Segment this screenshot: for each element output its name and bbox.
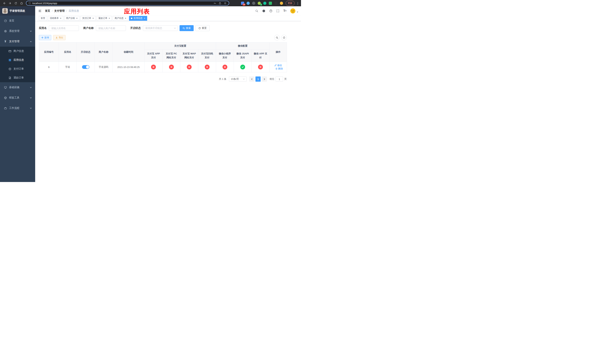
app-name-input[interactable] bbox=[49, 25, 79, 31]
cell-app-id: 6 bbox=[39, 62, 59, 72]
sidebar-subitem-app-info[interactable]: 应用信息 bbox=[0, 55, 35, 64]
forward-icon[interactable] bbox=[8, 1, 12, 6]
tab-app-info[interactable]: 应用信息× bbox=[129, 16, 147, 21]
breadcrumb-current: 应用信息 bbox=[69, 9, 79, 13]
alipay-app-status-icon bbox=[151, 65, 156, 69]
extension-icon-8[interactable] bbox=[280, 2, 283, 5]
share-icon[interactable] bbox=[219, 2, 221, 5]
app-name-label: 应用名 bbox=[39, 26, 47, 30]
tab-home[interactable]: 首页 bbox=[39, 16, 47, 21]
extension-icon-3[interactable] bbox=[252, 2, 255, 5]
delete-link[interactable]: 删除 bbox=[275, 67, 283, 70]
app-table: 应用编号 应用名 开启状态 商户名称 创建时间 支付宝配置 微信配置 操作 支付… bbox=[39, 42, 287, 72]
refresh-button[interactable] bbox=[281, 35, 287, 40]
breadcrumb-payment[interactable]: 支付管理 bbox=[54, 9, 64, 13]
search-button[interactable]: 搜索 bbox=[180, 25, 194, 31]
sidebar-menu: 首页 系统管理 ¥ 支付管理 商户信息 bbox=[0, 16, 35, 113]
font-size-icon[interactable]: TT bbox=[283, 9, 287, 13]
sidebar: 芋道管理系统 首页 系统管理 ¥ 支付管理 bbox=[0, 6, 35, 182]
tab-close-icon[interactable]: × bbox=[60, 17, 62, 20]
tab-label: 应用信息 bbox=[134, 17, 142, 20]
sidebar-item-home[interactable]: 首页 bbox=[0, 16, 35, 26]
col-actions: 操作 bbox=[269, 43, 287, 62]
col-merchant: 商户名称 bbox=[95, 43, 113, 62]
extension-icon-5[interactable] bbox=[263, 2, 266, 5]
breadcrumb-separator: / bbox=[66, 10, 67, 12]
extension-icon-1[interactable]: 10 bbox=[241, 2, 244, 5]
browser-update-button[interactable]: 更新 bbox=[286, 1, 294, 6]
github-icon[interactable] bbox=[262, 9, 266, 13]
sidebar-item-payment-mgmt[interactable]: ¥ 支付管理 bbox=[0, 36, 35, 47]
extension-icon-6[interactable] bbox=[269, 2, 272, 5]
tab-merchant-info[interactable]: 商户信息× bbox=[113, 16, 128, 21]
sidebar-collapse-icon[interactable] bbox=[38, 9, 42, 13]
top-navbar: 首页 / 支付管理 / 应用信息 应用列表 TT bbox=[35, 6, 301, 16]
toggle-search-button[interactable] bbox=[274, 35, 280, 40]
user-menu[interactable] bbox=[290, 8, 298, 14]
sidebar-subitem-pay-order[interactable]: 支付订单 bbox=[0, 64, 35, 73]
home-icon[interactable] bbox=[19, 1, 24, 6]
pagination-total: 共 1 条 bbox=[219, 77, 226, 81]
header-search-icon[interactable] bbox=[255, 9, 258, 13]
tab-close-icon[interactable]: × bbox=[109, 17, 110, 20]
password-key-icon[interactable] bbox=[214, 2, 216, 5]
prev-page-button[interactable] bbox=[249, 76, 254, 82]
status-toggle[interactable] bbox=[82, 65, 89, 69]
extension-icon-2[interactable] bbox=[247, 2, 250, 5]
col-alipay-app: 支付宝 APP 支付 bbox=[145, 49, 162, 62]
tab-close-icon[interactable]: × bbox=[144, 17, 145, 20]
extension-icon-7[interactable] bbox=[274, 2, 278, 5]
tab-refund-order[interactable]: 退款订单× bbox=[97, 16, 112, 21]
add-button[interactable]: 新增 bbox=[39, 35, 51, 40]
tab-close-icon[interactable]: × bbox=[125, 17, 126, 20]
page-number-1[interactable]: 1 bbox=[256, 76, 261, 82]
reset-button[interactable]: 重置 bbox=[195, 25, 210, 31]
bookmark-star-icon[interactable] bbox=[224, 2, 226, 5]
col-status: 开启状态 bbox=[77, 43, 95, 62]
status-select[interactable]: 请选择开启状态 bbox=[143, 25, 178, 31]
navbar-actions: TT bbox=[255, 8, 298, 14]
merchant-name-input[interactable] bbox=[96, 25, 126, 31]
page-title-annotation: 应用列表 bbox=[124, 7, 150, 16]
chevron-down-icon bbox=[30, 86, 32, 88]
sidebar-subitem-merchant-info[interactable]: 商户信息 bbox=[0, 47, 35, 55]
back-icon[interactable] bbox=[2, 1, 7, 6]
app-logo[interactable]: 芋道管理系统 bbox=[0, 6, 35, 16]
sidebar-item-dev-tools[interactable]: 研发工具 bbox=[0, 93, 35, 103]
tab-user-group[interactable]: 用户分组× bbox=[64, 16, 80, 21]
wechat-mini-status-icon bbox=[223, 65, 227, 69]
sidebar-subitem-refund-order[interactable]: 退款订单 bbox=[0, 73, 35, 82]
help-icon[interactable] bbox=[269, 9, 273, 13]
next-page-button[interactable] bbox=[262, 76, 267, 82]
cell-status bbox=[77, 62, 95, 72]
reload-icon[interactable] bbox=[13, 1, 18, 6]
chevron-down-icon bbox=[243, 78, 245, 80]
sidebar-item-infrastructure[interactable]: 基础设施 bbox=[0, 82, 35, 93]
tab-process-form[interactable]: 流程表单× bbox=[48, 16, 63, 21]
cell-created: 2021-10-23 08:49:25 bbox=[113, 62, 145, 72]
fullscreen-icon[interactable] bbox=[276, 9, 280, 13]
sidebar-item-workflow[interactable]: 工作流程 bbox=[0, 103, 35, 113]
goto-page-input[interactable] bbox=[276, 76, 283, 82]
sidebar-item-system-mgmt[interactable]: 系统管理 bbox=[0, 26, 35, 36]
browser-menu-icon[interactable]: ⋮ bbox=[296, 2, 299, 5]
tab-label: 退款订单 bbox=[98, 17, 107, 20]
address-bar[interactable]: ⓘ localhost:1024/pay/app bbox=[26, 1, 229, 6]
page-size-select[interactable]: 10条/页 bbox=[229, 76, 247, 82]
col-app-name: 应用名 bbox=[59, 43, 77, 62]
merchant-name-label: 商户名称 bbox=[83, 26, 94, 30]
tab-close-icon[interactable]: × bbox=[92, 17, 94, 20]
site-info-icon[interactable]: ⓘ bbox=[29, 2, 31, 4]
extension-icon-4[interactable]: 1 bbox=[258, 2, 261, 5]
tab-pay-order[interactable]: 支付订单× bbox=[80, 16, 96, 21]
export-button[interactable]: 导出 bbox=[53, 35, 65, 40]
breadcrumb-home[interactable]: 首页 bbox=[45, 9, 50, 13]
tab-close-icon[interactable]: × bbox=[76, 17, 78, 20]
url-text[interactable]: localhost:1024/pay/app bbox=[32, 2, 212, 5]
alipay-wap-status-icon bbox=[187, 65, 192, 69]
cell-actions: 修改 删除 bbox=[269, 62, 287, 72]
col-app-id: 应用编号 bbox=[39, 43, 59, 62]
edit-link[interactable]: 修改 bbox=[274, 64, 282, 67]
page-suffix-label: 页 bbox=[284, 77, 287, 81]
extensions-area: 10 1 bbox=[241, 2, 283, 5]
